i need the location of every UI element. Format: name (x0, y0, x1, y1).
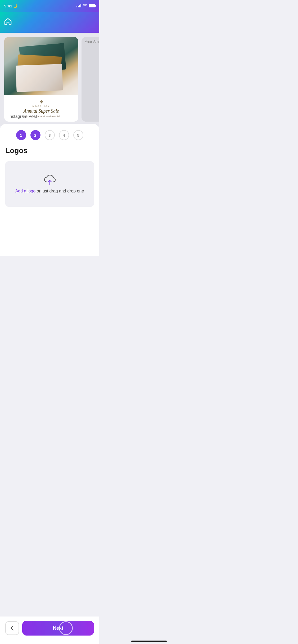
upload-rest: or just drag and drop one (35, 189, 84, 193)
spacer (5, 207, 94, 238)
upload-text[interactable]: Add a logo or just drag and drop one (15, 189, 84, 194)
brand-name: MOOD JOY (33, 105, 50, 107)
signal-icon (76, 4, 81, 7)
brand-symbol: ✤ (40, 99, 43, 104)
main-content: 1 2 3 4 5 Logos Add a logo or just drag … (0, 124, 99, 256)
card-2-label: Your Sto (82, 37, 99, 47)
battery-icon (89, 4, 95, 7)
header-area (0, 12, 99, 33)
card-image (4, 37, 78, 95)
home-icon[interactable] (4, 18, 12, 26)
status-bar: 9:41 🌙 (0, 0, 99, 12)
carousel: ✤ MOOD JOY Annual Super Sale Enjoy great… (0, 33, 99, 126)
soap-image (15, 42, 68, 93)
card-your-story[interactable]: Your Sto (82, 37, 99, 122)
wifi-icon (83, 3, 87, 8)
upload-link[interactable]: Add a logo (15, 189, 36, 193)
step-1[interactable]: 1 (16, 130, 26, 140)
card-instagram-post[interactable]: ✤ MOOD JOY Annual Super Sale Enjoy great… (4, 37, 78, 122)
upload-area[interactable]: Add a logo or just drag and drop one (5, 161, 94, 207)
status-time: 9:41 (4, 4, 12, 8)
upload-cloud-icon (43, 174, 56, 186)
step-3[interactable]: 3 (45, 130, 55, 140)
step-4[interactable]: 4 (59, 130, 69, 140)
section-title: Logos (5, 146, 94, 155)
step-2[interactable]: 2 (30, 130, 40, 140)
status-icons (76, 3, 95, 8)
step-indicators: 1 2 3 4 5 (5, 130, 94, 140)
step-5[interactable]: 5 (73, 130, 83, 140)
card-1-label: Instagram Post (4, 112, 78, 122)
moon-icon: 🌙 (13, 4, 17, 8)
